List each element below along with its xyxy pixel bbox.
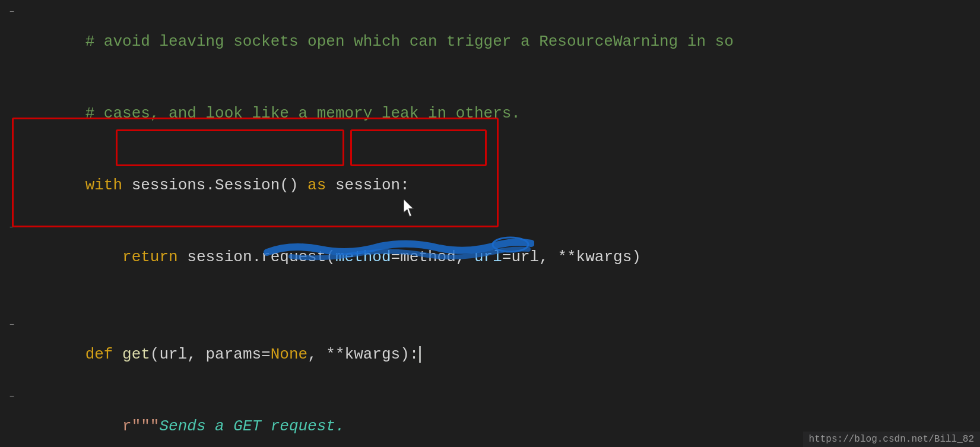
- line-content-4: return session.request(method=method, ur…: [24, 223, 980, 292]
- session-request: session.request(: [178, 248, 335, 266]
- sessions-text: sessions.Session(): [122, 176, 307, 194]
- docstring-text-7: Sends a GET request.: [159, 417, 344, 435]
- line-content-1: # avoid leaving sockets open which can t…: [24, 7, 980, 77]
- code-line-1: − # avoid leaving sockets open which can…: [0, 6, 980, 78]
- param-url: url: [474, 248, 502, 266]
- code-line-4: − return session.request(method=method, …: [0, 221, 980, 293]
- code-line-6: − def get(url, params=None, **kwargs):: [0, 319, 980, 391]
- comma-kwargs: , **kwargs):: [307, 345, 418, 363]
- code-line-5: [0, 293, 980, 319]
- url-bar: https://blog.csdn.net/Bill_82: [803, 432, 980, 447]
- code-editor: − # avoid leaving sockets open which can…: [0, 0, 980, 447]
- code-line-2: # cases, and look like a memory leak in …: [0, 78, 980, 150]
- keyword-return: return: [122, 248, 178, 266]
- line-content-3: with sessions.Session() as session:: [24, 151, 980, 220]
- line-content-2: # cases, and look like a memory leak in …: [24, 79, 980, 148]
- equals-method: =method,: [391, 248, 474, 266]
- param-method: method: [335, 248, 391, 266]
- url-text: https://blog.csdn.net/Bill_82: [809, 434, 974, 445]
- keyword-as: as: [307, 176, 326, 194]
- none-value: None: [271, 345, 307, 363]
- gutter-fold-7[interactable]: −: [0, 392, 24, 401]
- line-content-6: def get(url, params=None, **kwargs):: [24, 320, 980, 389]
- gutter-fold-4[interactable]: −: [0, 223, 24, 232]
- comment-text-1: # avoid leaving sockets open which can t…: [85, 33, 734, 50]
- gutter-fold-1[interactable]: −: [0, 7, 24, 17]
- cursor: [419, 346, 421, 363]
- session-colon: session:: [326, 176, 409, 194]
- indent-7: [85, 417, 122, 435]
- indent-4: [85, 248, 122, 266]
- func-get: get: [122, 345, 150, 363]
- paren-open: (url, params=: [150, 345, 271, 363]
- space-6: [113, 345, 122, 363]
- docstring-open: r""": [122, 417, 159, 435]
- keyword-def: def: [85, 345, 113, 363]
- code-line-3: with sessions.Session() as session:: [0, 150, 980, 221]
- fold-icon-1[interactable]: −: [7, 7, 17, 17]
- keyword-with: with: [85, 176, 122, 194]
- line-content-5: [24, 294, 980, 318]
- fold-icon-7[interactable]: −: [7, 392, 17, 401]
- comment-text-2: # cases, and look like a memory leak in …: [85, 104, 521, 122]
- fold-icon-4[interactable]: −: [7, 223, 17, 232]
- gutter-fold-6[interactable]: −: [0, 320, 24, 329]
- url-kwargs: =url, **kwargs): [502, 248, 641, 266]
- fold-icon-6[interactable]: −: [7, 320, 17, 329]
